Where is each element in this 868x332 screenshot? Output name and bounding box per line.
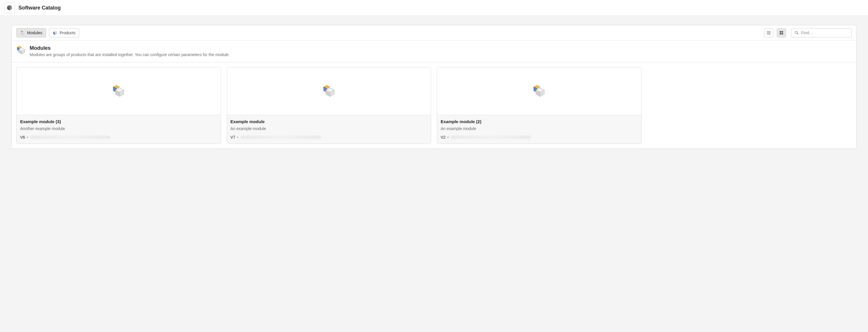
module-card[interactable]: Example module An example module V7 •: [227, 67, 431, 144]
module-card-redacted: [30, 135, 111, 139]
module-card-meta: V2 •: [441, 135, 638, 139]
svg-rect-14: [780, 31, 781, 33]
section-header-text: Modules Modules are groups of products t…: [30, 45, 230, 57]
module-icon: [322, 85, 335, 98]
module-card-meta: V6 •: [20, 135, 217, 139]
section-title: Modules: [30, 45, 230, 51]
module-card[interactable]: Example module (3) Another example modul…: [17, 67, 221, 144]
toolbar: Modules Products: [12, 25, 856, 40]
search-input[interactable]: [801, 31, 848, 35]
tab-modules-label: Modules: [27, 31, 42, 35]
module-card-image: [17, 67, 221, 115]
app-header: Software Catalog: [0, 0, 868, 16]
svg-line-19: [797, 33, 798, 35]
tab-products-label: Products: [60, 31, 75, 35]
meta-separator: •: [447, 135, 449, 139]
tab-modules[interactable]: Modules: [17, 28, 46, 37]
grid-icon: [779, 30, 784, 35]
module-card-description: An example module: [441, 126, 638, 131]
module-card-version: V7: [230, 135, 236, 139]
view-list-button[interactable]: [764, 28, 773, 37]
module-card-body: Example module (3) Another example modul…: [17, 115, 221, 143]
meta-separator: •: [27, 135, 28, 139]
catalog-panel: Modules Products: [11, 25, 857, 149]
module-card-title: Example module: [230, 119, 428, 124]
module-card-redacted: [451, 135, 531, 139]
module-card-redacted: [240, 135, 321, 139]
module-card-meta: V7 •: [230, 135, 428, 139]
module-card-image: [437, 67, 641, 115]
tab-products[interactable]: Products: [49, 28, 79, 37]
search-box[interactable]: [791, 28, 851, 37]
module-card-version: V6: [20, 135, 25, 139]
module-card-title: Example module (2): [441, 119, 638, 124]
list-icon: [766, 30, 771, 35]
section-header: Modules Modules are groups of products t…: [12, 40, 856, 62]
module-card-description: An example module: [230, 126, 428, 131]
modules-icon: [20, 31, 25, 35]
svg-rect-16: [780, 33, 781, 35]
content-wrap: Modules Products: [0, 16, 868, 158]
app-icon-box: [4, 2, 15, 13]
module-card[interactable]: Example module (2) An example module V2 …: [437, 67, 642, 144]
card-grid: Example module (3) Another example modul…: [12, 62, 856, 148]
view-grid-button[interactable]: [777, 28, 786, 37]
module-card-title: Example module (3): [20, 119, 217, 124]
module-icon: [112, 85, 125, 98]
svg-rect-17: [782, 33, 783, 35]
module-card-body: Example module (2) An example module V2 …: [437, 115, 641, 143]
meta-separator: •: [237, 135, 239, 139]
module-card-body: Example module An example module V7 •: [227, 115, 431, 143]
products-icon: [53, 31, 57, 35]
cube-icon: [6, 5, 13, 11]
module-card-version: V2: [441, 135, 445, 139]
svg-point-18: [795, 31, 798, 34]
module-icon: [533, 85, 546, 98]
svg-rect-15: [782, 31, 783, 33]
module-card-description: Another example module: [20, 126, 217, 131]
section-description: Modules are groups of products that are …: [30, 53, 230, 57]
section-header-icon: [17, 46, 26, 55]
module-card-image: [227, 67, 431, 115]
search-icon: [794, 31, 799, 35]
app-title: Software Catalog: [19, 5, 61, 11]
